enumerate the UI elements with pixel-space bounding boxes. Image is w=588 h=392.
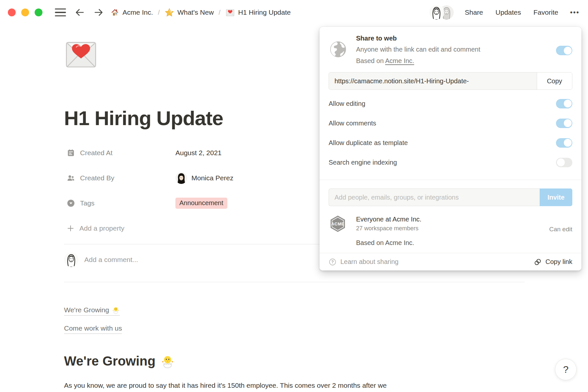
hatching-chick-icon — [112, 306, 120, 314]
link-come-work-with-us[interactable]: Come work with us — [64, 324, 122, 334]
property-label-text: Created At — [80, 149, 112, 157]
more-options-icon[interactable]: ••• — [570, 8, 580, 17]
property-label-created-at[interactable]: Created At — [67, 149, 175, 157]
breadcrumb-separator: / — [219, 9, 220, 16]
window-controls — [8, 8, 42, 16]
love-letter-icon — [225, 8, 235, 17]
close-window-button[interactable] — [8, 8, 16, 16]
link-label: We're Growing — [64, 306, 109, 314]
zoom-window-button[interactable] — [35, 8, 42, 16]
divider — [64, 282, 525, 282]
share-url-input[interactable] — [329, 73, 537, 90]
search-indexing-toggle[interactable] — [556, 158, 572, 167]
learn-about-sharing-label: Learn about sharing — [340, 258, 399, 266]
sidebar-menu-icon[interactable] — [55, 8, 66, 16]
option-label: Allow duplicate as template — [329, 139, 408, 147]
arrow-left-icon — [74, 7, 85, 18]
invite-input[interactable] — [329, 188, 540, 206]
avatar-monica — [175, 172, 187, 184]
property-label-text: Tags — [80, 199, 94, 207]
person-icon — [67, 174, 75, 182]
option-label: Allow comments — [329, 120, 376, 127]
property-label-created-by[interactable]: Created By — [67, 174, 175, 182]
plus-icon — [67, 224, 74, 232]
acme-logo: ACME — [329, 215, 347, 233]
copy-link-button[interactable]: Copy link — [534, 258, 572, 266]
option-allow-editing: Allow editing — [319, 94, 581, 113]
avatar-blonde[interactable] — [429, 5, 444, 20]
add-property-button[interactable]: Add a property — [67, 224, 175, 232]
link-were-growing[interactable]: We're Growing — [64, 306, 120, 316]
presence-avatars — [429, 5, 454, 20]
breadcrumb-current-page[interactable]: H1 Hiring Update — [225, 8, 291, 17]
add-property-label: Add a property — [79, 224, 124, 232]
back-button[interactable] — [74, 7, 85, 18]
breadcrumb-label: What's New — [177, 8, 214, 16]
copy-url-button[interactable]: Copy — [537, 73, 572, 90]
based-on-workspace-link[interactable]: Acme Inc. — [385, 57, 414, 64]
invite-section: Invite — [319, 180, 581, 206]
star-icon — [165, 8, 174, 17]
clipped-row: Based on Acme Inc. — [319, 239, 581, 247]
breadcrumb-separator: / — [158, 9, 160, 16]
allow-editing-toggle[interactable] — [556, 99, 572, 108]
breadcrumb: Acme Inc. / What's New / H1 Hiring Updat… — [110, 8, 291, 17]
question-circle-icon: ? — [329, 258, 336, 266]
svg-text:ACME: ACME — [331, 221, 344, 226]
breadcrumb-workspace[interactable]: Acme Inc. — [110, 8, 153, 17]
option-allow-duplicate: Allow duplicate as template — [319, 133, 581, 153]
arrow-right-icon — [93, 7, 104, 18]
option-label: Allow editing — [329, 100, 365, 107]
globe-icon — [329, 40, 348, 59]
allow-comments-toggle[interactable] — [556, 119, 572, 128]
body-paragraph[interactable]: As you know, we are proud to say that it… — [64, 380, 524, 390]
breadcrumb-label: Acme Inc. — [122, 8, 153, 16]
avatar-blonde — [64, 253, 78, 267]
section-heading[interactable]: We're Growing — [64, 353, 525, 368]
page-links: We're Growing Come work with us — [64, 306, 525, 334]
share-to-web-toggle[interactable] — [556, 46, 572, 55]
breadcrumb-label: H1 Hiring Update — [238, 8, 291, 16]
share-options: Allow editing Allow comments Allow dupli… — [319, 94, 581, 172]
share-popover: Share to web Anyone with the link can ed… — [319, 27, 581, 270]
hatching-chick-icon — [160, 353, 175, 368]
property-label-text: Created By — [80, 174, 114, 182]
workspace-group-row[interactable]: ACME Everyone at Acme Inc. 27 workspace … — [319, 206, 581, 233]
share-button[interactable]: Share — [465, 8, 483, 16]
based-on-line: Based on Acme Inc. — [356, 57, 556, 65]
popover-footer: ? Learn about sharing Copy link — [319, 253, 581, 270]
property-value-created-at[interactable]: August 2, 2021 — [175, 149, 221, 157]
calendar-icon — [67, 149, 75, 157]
share-to-web-title: Share to web — [356, 35, 556, 42]
heading-text: We're Growing — [64, 354, 155, 368]
invite-button[interactable]: Invite — [540, 188, 572, 206]
property-value-tags[interactable]: Announcement — [175, 198, 227, 209]
tag-announcement[interactable]: Announcement — [175, 198, 227, 209]
minimize-window-button[interactable] — [21, 8, 29, 16]
option-search-indexing: Search engine indexing — [319, 153, 581, 172]
group-meta: 27 workspace members — [356, 225, 421, 232]
house-icon — [110, 8, 119, 17]
group-name: Everyone at Acme Inc. — [356, 216, 421, 223]
group-access-level[interactable]: Can edit — [549, 226, 572, 233]
allow-duplicate-toggle[interactable] — [556, 138, 572, 148]
updates-button[interactable]: Updates — [496, 8, 521, 16]
favorite-button[interactable]: Favorite — [533, 8, 558, 16]
property-value-created-by[interactable]: Monica Perez — [175, 172, 233, 184]
window-titlebar: Acme Inc. / What's New / H1 Hiring Updat… — [0, 0, 588, 25]
share-to-web-section: Share to web Anyone with the link can ed… — [319, 27, 581, 65]
svg-text:?: ? — [331, 260, 334, 264]
option-label: Search engine indexing — [329, 159, 397, 166]
breadcrumb-parent-page[interactable]: What's New — [165, 8, 214, 17]
share-to-web-subtitle: Anyone with the link can edit and commen… — [356, 45, 556, 54]
property-label-tags[interactable]: Tags — [67, 199, 175, 207]
learn-about-sharing-link[interactable]: ? Learn about sharing — [329, 258, 399, 266]
help-button[interactable]: ? — [555, 359, 577, 380]
forward-button[interactable] — [93, 7, 104, 18]
topbar-actions: Share Updates Favorite ••• — [429, 5, 580, 20]
share-url-group: Copy — [329, 72, 572, 90]
page-icon-love-letter[interactable] — [64, 37, 98, 71]
link-label: Come work with us — [64, 324, 122, 332]
tag-icon — [67, 199, 75, 207]
copy-link-label: Copy link — [546, 258, 572, 266]
